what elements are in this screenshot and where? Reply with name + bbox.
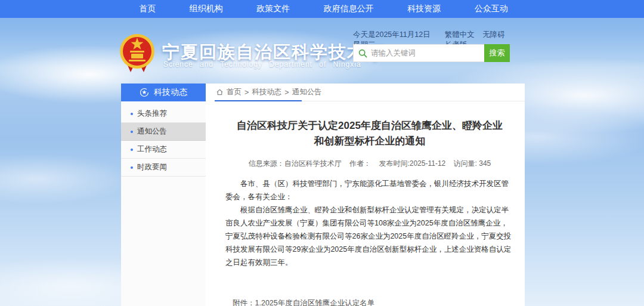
search-icon (358, 49, 367, 58)
sidebar-item-headline-recommend[interactable]: 头条推荐 (121, 105, 206, 123)
sidebar-item-label: 时政要闻 (137, 162, 167, 172)
sidebar-title: 科技动态 (154, 87, 187, 98)
bullet-icon (131, 113, 133, 115)
nav-item-public-interaction[interactable]: 公众互动 (475, 4, 508, 14)
article-meta: 信息来源：自治区科学技术厅 作者： 发布时间:2025-11-12 访问量: 3… (215, 159, 525, 169)
nav-item-organization[interactable]: 组织机构 (190, 4, 223, 14)
home-icon (216, 88, 224, 96)
nav-item-home[interactable]: 首页 (139, 4, 156, 14)
article-paragraph: 根据自治区雏鹰企业、瞪羚企业和创新型标杆企业认定管理有关规定，决定认定半亩良人农… (225, 203, 514, 269)
top-navigation-items: 首页 组织机构 政策文件 政府信息公开 科技资源 公众互动 (122, 0, 525, 18)
sidebar-header: 科技动态 (121, 84, 206, 101)
site-header: 宁夏回族自治区科学技术厅 Science and Technology Depa… (0, 23, 644, 82)
attachment-link-eagle-list[interactable]: 1.2025年度自治区雏鹰企业认定名单 (255, 296, 397, 306)
sidebar-item-label: 工作动态 (137, 144, 167, 154)
star-badge-icon (140, 88, 149, 97)
article-paragraph: 各市、县（区）科技管理部门，宁东能源化工基地管委会，银川经济技术开发区管委会，各… (225, 177, 514, 203)
meta-visits: 访问量: 345 (454, 159, 491, 168)
search-button[interactable]: 搜索 (484, 44, 510, 62)
breadcrumb-notice-announcement[interactable]: 通知公告 (292, 87, 322, 97)
site-subtitle-en: Science and Technology Department of Nin… (163, 60, 361, 69)
article-body: 各市、县（区）科技管理部门，宁东能源化工基地管委会，银川经济技术开发区管委会，各… (215, 177, 525, 269)
sidebar-item-label: 头条推荐 (137, 109, 167, 119)
article-title: 自治区科技厅关于认定2025年度自治区雏鹰企业、瞪羚企业 和创新型标杆企业的通知 (215, 118, 525, 149)
meta-author: 作者： (349, 159, 371, 168)
article-title-line2: 和创新型标杆企业的通知 (233, 134, 507, 149)
sidebar-item-label: 通知公告 (137, 126, 167, 137)
sidebar-item-current-politics[interactable]: 时政要闻 (121, 159, 206, 177)
sidebar: 科技动态 头条推荐 通知公告 工作动态 时政要闻 (121, 84, 206, 306)
search-input-container (353, 44, 484, 62)
attachments-label: 附件： (233, 296, 255, 306)
sidebar-item-work-dynamics[interactable]: 工作动态 (121, 141, 206, 159)
link-accessibility[interactable]: 无障碍 (482, 30, 505, 39)
search-bar: 搜索 (353, 44, 510, 62)
top-navigation-bar: 首页 组织机构 政策文件 政府信息公开 科技资源 公众互动 (0, 0, 644, 18)
nav-item-policy-documents[interactable]: 政策文件 (256, 4, 290, 14)
bullet-icon (131, 149, 133, 151)
breadcrumb-separator: > (284, 88, 289, 97)
link-traditional-chinese[interactable]: 繁體中文 (445, 30, 475, 39)
national-emblem-logo (119, 33, 156, 75)
sidebar-item-notice-announcement[interactable]: 通知公告 (121, 123, 206, 141)
breadcrumb-separator: > (244, 88, 249, 97)
attachments-block: 附件： 1.2025年度自治区雏鹰企业认定名单 2.2025年度自治区瞪羚企业认… (215, 296, 525, 306)
article-title-line1: 自治区科技厅关于认定2025年度自治区雏鹰企业、瞪羚企业 (233, 118, 507, 134)
breadcrumb-active-underline (215, 100, 302, 101)
search-input[interactable] (371, 49, 479, 57)
nav-item-gov-info-disclosure[interactable]: 政府信息公开 (324, 4, 374, 14)
article-panel: 首页 > 科技动态 > 通知公告 自治区科技厅关于认定2025年度自治区雏鹰企业… (215, 84, 525, 306)
meta-source: 信息来源：自治区科学技术厅 (249, 159, 342, 168)
sidebar-menu: 头条推荐 通知公告 工作动态 时政要闻 (121, 101, 206, 177)
meta-publish-time: 发布时间:2025-11-12 (379, 159, 445, 168)
bullet-icon (131, 131, 133, 133)
attachments-list: 1.2025年度自治区雏鹰企业认定名单 2.2025年度自治区瞪羚企业认定名单 … (255, 296, 397, 306)
breadcrumb: 首页 > 科技动态 > 通知公告 (215, 84, 525, 101)
bullet-icon (131, 166, 133, 169)
main-content-panel: 科技动态 头条推荐 通知公告 工作动态 时政要闻 (121, 84, 525, 306)
breadcrumb-home[interactable]: 首页 (227, 87, 242, 97)
nav-item-sci-tech-resources[interactable]: 科技资源 (407, 4, 441, 14)
breadcrumb-sci-tech-dynamics[interactable]: 科技动态 (252, 87, 281, 97)
